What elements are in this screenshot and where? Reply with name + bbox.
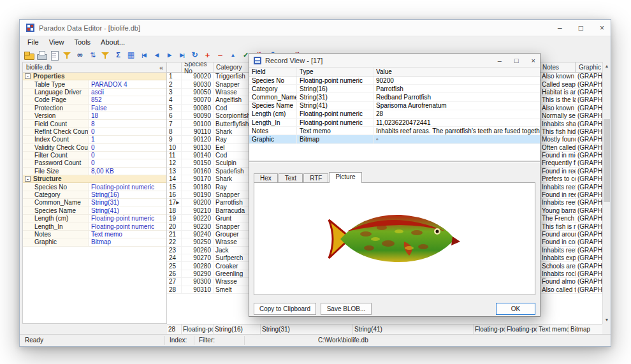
notes-header[interactable]: Notes — [539, 62, 576, 72]
notes-cell[interactable]: Found almos — [539, 278, 576, 285]
graphic-cell[interactable]: (GRAPHIC) — [576, 254, 602, 261]
property-row[interactable]: Language Driver ascii — [23, 89, 166, 96]
graphic-cell[interactable]: (GRAPHIC) — [576, 112, 602, 119]
structure-row[interactable]: Length (cm) Floating-point numeric — [23, 215, 166, 222]
species-no-cell[interactable]: 90300 — [182, 278, 214, 285]
notes-cell[interactable]: This fish is na — [539, 222, 576, 229]
species-no-cell[interactable]: 90190 — [182, 191, 214, 198]
edit-record-icon[interactable]: ▲ — [227, 50, 239, 61]
species-no-cell[interactable]: 90160 — [182, 168, 214, 175]
field-value-cell[interactable]: Redband Parrotfish — [374, 93, 540, 101]
table-row-right[interactable]: Prefers to co (GRAPHIC) — [539, 175, 602, 183]
notes-cell[interactable]: Young barrac — [539, 207, 576, 214]
notes-cell[interactable]: Habitat is aro — [539, 89, 576, 96]
notes-cell[interactable]: Inhabits rock — [539, 270, 576, 277]
field-type-cell[interactable]: Floating-point numeric — [297, 110, 374, 118]
graphic-cell[interactable]: (GRAPHIC) — [576, 215, 602, 222]
graphic-cell[interactable]: (GRAPHIC) — [576, 278, 602, 285]
table-row-right[interactable]: Found in cora (GRAPHIC) — [539, 238, 602, 246]
species-no-cell[interactable]: 90110 — [182, 128, 214, 135]
notes-cell[interactable]: Inhabits expo — [539, 254, 576, 261]
menu-item[interactable]: File — [22, 38, 44, 47]
record-field-row[interactable]: Species Name String(41) Sparisoma Aurofr… — [249, 102, 540, 110]
dialog-minimize-button[interactable]: – — [498, 57, 502, 64]
graphic-cell[interactable]: (GRAPHIC) — [576, 199, 602, 206]
structure-row[interactable]: Species No Floating-point numeric — [23, 183, 166, 191]
collapse-panel-button[interactable]: « — [159, 64, 163, 71]
field-value-cell[interactable]: 28 — [374, 110, 540, 118]
graphic-cell[interactable]: (GRAPHIC) — [576, 120, 602, 127]
species-no-cell[interactable]: 90220 — [182, 215, 214, 222]
find-icon[interactable]: ∞ — [74, 50, 86, 61]
print-icon[interactable] — [36, 50, 48, 61]
species-no-cell[interactable]: 90310 — [182, 286, 214, 293]
field-value-cell[interactable]: 11,0236220472441 — [374, 119, 540, 126]
structure-row[interactable]: Category String(16) — [23, 191, 166, 199]
blob-tab[interactable]: Picture — [329, 172, 361, 183]
field-value-cell[interactable]: ▫ — [374, 135, 540, 143]
notes-cell[interactable]: Normally see — [539, 112, 576, 119]
record-field-row[interactable]: Species No Floating-point numeric 90200 — [249, 76, 540, 85]
graphic-cell[interactable]: (GRAPHIC) — [576, 183, 602, 190]
species-no-cell[interactable]: 90030 — [182, 80, 214, 87]
graphic-cell[interactable]: (GRAPHIC) — [576, 168, 602, 175]
notes-cell[interactable]: Often called — [539, 144, 576, 151]
table-row-right[interactable]: Found aroun (GRAPHIC) — [539, 231, 602, 238]
table-row-right[interactable]: Inhabits expo (GRAPHIC) — [539, 254, 602, 262]
species-no-header[interactable]: Species No — [182, 62, 214, 72]
property-row[interactable]: Field Count 8 — [23, 120, 166, 127]
scroll-down-icon[interactable]: ▼ — [603, 316, 611, 324]
species-no-cell[interactable]: 90150 — [182, 159, 214, 166]
menu-item[interactable]: About... — [96, 38, 130, 47]
record-field-row[interactable]: Category String(16) Parrotfish — [249, 85, 540, 93]
notes-cell[interactable]: Also called th — [539, 286, 576, 293]
table-row-right[interactable]: Inhabits shal (GRAPHIC) — [539, 120, 602, 127]
notes-cell[interactable]: Found in ree — [539, 168, 576, 175]
scrollbar-thumb[interactable] — [604, 119, 610, 202]
species-no-cell[interactable]: 90180 — [182, 183, 214, 190]
property-row[interactable]: Table Type PARADOX 4 — [23, 80, 166, 88]
graphic-cell[interactable]: (GRAPHIC) — [576, 222, 602, 229]
minimize-button[interactable]: – — [558, 24, 562, 33]
filter-icon[interactable] — [99, 50, 112, 61]
species-no-cell[interactable]: 90020 — [182, 73, 214, 80]
species-no-cell[interactable]: 90100 — [182, 120, 214, 127]
ok-button[interactable]: OK — [496, 303, 535, 315]
notes-cell[interactable]: Inhabits reef — [539, 247, 576, 254]
property-row[interactable]: RefInt Check Count 0 — [23, 128, 166, 136]
species-no-cell[interactable]: 90260 — [182, 247, 214, 254]
table-row-right[interactable]: This fish hide (GRAPHIC) — [539, 128, 602, 136]
field-type-cell[interactable]: Floating-point numeric — [297, 76, 374, 84]
table-row-right[interactable]: The French g (GRAPHIC) — [539, 215, 602, 222]
sort-icon[interactable]: ⇅ — [87, 50, 99, 61]
section-properties[interactable]: - Properties — [23, 73, 166, 80]
graphic-cell[interactable]: (GRAPHIC) — [576, 96, 602, 103]
field-type-cell[interactable]: String(16) — [297, 85, 374, 92]
notes-cell[interactable]: Found in mid — [539, 152, 576, 159]
table-row-right[interactable]: Inhabits reef (GRAPHIC) — [539, 199, 602, 207]
nav-prior-icon[interactable]: ◀ — [150, 50, 163, 61]
graphic-cell[interactable]: (GRAPHIC) — [576, 262, 602, 269]
graphic-cell[interactable]: (GRAPHIC) — [576, 191, 602, 198]
table-row-right[interactable]: Often called (GRAPHIC) — [539, 144, 602, 152]
property-row[interactable]: Version 18 — [23, 112, 166, 120]
splitter[interactable] — [249, 161, 540, 163]
field-name-cell[interactable]: Length (cm) — [249, 110, 297, 118]
notes-cell[interactable]: Frequently fo — [539, 159, 576, 166]
insert-record-icon[interactable]: + — [201, 50, 214, 61]
notes-cell[interactable]: Prefers to co — [539, 175, 576, 182]
table-row-right[interactable]: Normally see (GRAPHIC) — [539, 112, 602, 120]
vertical-scrollbar[interactable]: ▲ ▼ — [602, 62, 611, 324]
graphic-cell[interactable]: (GRAPHIC) — [576, 286, 602, 293]
blob-tab[interactable]: Text — [279, 173, 303, 182]
field-name-cell[interactable]: Species No — [249, 76, 297, 84]
table-row-right[interactable]: Habitat is aro (GRAPHIC) — [539, 89, 602, 96]
structure-row[interactable]: Length_In Floating-point numeric — [23, 222, 166, 230]
field-type-cell[interactable]: Bitmap — [297, 135, 374, 143]
table-row-right[interactable]: This is the lar (GRAPHIC) — [539, 96, 602, 104]
species-no-cell[interactable]: 90230 — [182, 222, 214, 229]
delete-record-icon[interactable]: − — [214, 50, 226, 61]
graphic-cell[interactable]: (GRAPHIC) — [576, 89, 602, 96]
property-row[interactable]: Password Count 0 — [23, 159, 166, 167]
table-row-right[interactable]: Mostly found (GRAPHIC) — [539, 136, 602, 143]
